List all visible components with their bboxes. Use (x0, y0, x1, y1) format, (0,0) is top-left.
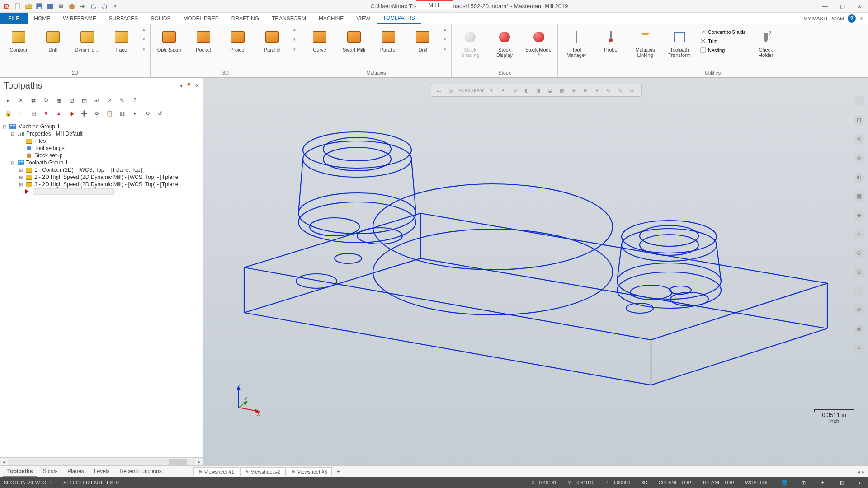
tab-toolpaths[interactable]: TOOLPATHS (377, 13, 421, 24)
rt-13-icon[interactable]: ◉ (854, 324, 864, 334)
panel-pin-icon[interactable]: 📍 (185, 83, 192, 89)
rt-shade-icon[interactable]: ◐ (854, 172, 864, 183)
group-2d-expand[interactable]: ▴▾▾ (140, 27, 147, 52)
pocket-button[interactable]: Pocket (188, 27, 219, 53)
panel-hscroll[interactable]: ◂ ▸ (0, 457, 203, 465)
check-holder-button[interactable]: ?Check Holder (750, 27, 782, 59)
toggle-icon[interactable]: ⇄ (29, 96, 38, 105)
swarf-button[interactable]: Swarf Milli (338, 27, 370, 53)
btab-toolpaths[interactable]: Toolpaths (3, 466, 37, 477)
app-icon[interactable] (2, 1, 12, 11)
viewsheet-1[interactable]: ⚑Viewsheet #1 (193, 467, 239, 476)
lock-icon[interactable]: 🔒 (4, 109, 13, 118)
tb-5-icon[interactable]: ▦ (54, 96, 63, 105)
tb2-10-icon[interactable]: ▥ (118, 109, 127, 118)
status-tplane[interactable]: TPLANE: TOP (702, 480, 734, 485)
tree-op-1[interactable]: ⊞1 - Contour (2D) - [WCS: Top] - [Tplane… (2, 166, 201, 174)
sb-color-icon[interactable]: ◧ (837, 479, 845, 487)
rt-9-icon[interactable]: ⊕ (854, 248, 864, 258)
rt-zoom-icon[interactable]: + (854, 96, 864, 107)
tb-6-icon[interactable]: ▧ (67, 96, 76, 105)
dynamic-button[interactable]: Dynamic ... (71, 27, 103, 53)
tab-model-prep[interactable]: MODEL PREP (177, 14, 225, 23)
sheet-next-icon[interactable]: ▸ (862, 469, 864, 475)
tree-machine-group[interactable]: ⊟Machine Group-1 (2, 123, 201, 130)
viewsheet-3[interactable]: ⚑Viewsheet #3 (287, 467, 332, 476)
rt-8-icon[interactable]: ◇ (854, 229, 864, 239)
new-icon[interactable] (13, 1, 23, 11)
group-multiaxis-expand[interactable]: ▴▾▾ (441, 27, 448, 52)
parallel-3d-button[interactable]: Parallel (256, 27, 288, 53)
arrow-icon[interactable] (78, 1, 88, 11)
tb2-7-icon[interactable]: ➕ (80, 109, 89, 118)
btab-planes[interactable]: Planes (63, 466, 89, 477)
tab-machine[interactable]: MACHINE (312, 14, 350, 23)
rt-wire-icon[interactable]: ▦ (854, 191, 864, 202)
tb2-11-icon[interactable]: ▾ (130, 109, 139, 118)
tab-wireframe[interactable]: WIREFRAME (57, 14, 102, 23)
btab-solids[interactable]: Solids (38, 466, 62, 477)
deselect-icon[interactable]: ✕ (16, 96, 25, 105)
my-mastercam-link[interactable]: MY MASTERCAM (803, 16, 844, 21)
optirough-button[interactable]: OptiRough (153, 27, 185, 53)
tab-surfaces[interactable]: SURFACES (103, 14, 145, 23)
panel-close-icon[interactable]: ✕ (195, 83, 199, 89)
tb2-8-icon[interactable]: ⚙ (92, 109, 101, 118)
tb-g1-icon[interactable]: G1 (92, 96, 101, 105)
tb-9-icon[interactable]: ↗ (105, 96, 114, 105)
save-as-icon[interactable] (45, 1, 55, 11)
group-3d-expand[interactable]: ▴▾▾ (291, 27, 298, 52)
face-button[interactable]: Face (106, 27, 137, 53)
tb-help-icon[interactable]: ? (130, 96, 139, 105)
rt-7-icon[interactable]: ◆ (854, 210, 864, 221)
contour-button[interactable]: Contour (3, 27, 34, 53)
select-icon[interactable]: ▸ (4, 96, 13, 105)
tree-stock-setup[interactable]: Stock setup (2, 152, 201, 159)
stock-model-button[interactable]: Stock Model▼ (523, 27, 555, 57)
help-icon[interactable]: ? (848, 14, 856, 23)
rt-12-icon[interactable]: ⚙ (854, 305, 864, 315)
tb-7-icon[interactable]: ▤ (80, 96, 89, 105)
tree-toolpath-group[interactable]: ⊟Toolpath Group-1 (2, 159, 201, 166)
sb-axis-icon[interactable]: ✦ (818, 479, 826, 487)
convert-5axis-button[interactable]: Convert to 5-axis (698, 28, 747, 36)
save-icon[interactable] (34, 1, 44, 11)
rt-pan-icon[interactable]: ✥ (854, 153, 864, 164)
sb-end-icon[interactable]: ▸ (856, 479, 864, 487)
tb2-12-icon[interactable]: ⟲ (143, 109, 152, 118)
tree-insertion-marker[interactable] (2, 188, 201, 195)
redo-icon[interactable] (99, 1, 109, 11)
trim-button[interactable]: Trim (698, 37, 747, 45)
tab-drafting[interactable]: DRAFTING (225, 14, 265, 23)
curve-button[interactable]: Curve (304, 27, 335, 53)
scroll-left-icon[interactable]: ◂ (0, 459, 8, 465)
status-wcs[interactable]: WCS: TOP (745, 480, 769, 485)
maximize-button[interactable]: ▢ (835, 1, 849, 11)
tb2-2-icon[interactable]: ≈ (16, 109, 25, 118)
drill-2d-button[interactable]: Drill (37, 27, 69, 53)
project-button[interactable]: Project (222, 27, 254, 53)
print-icon[interactable] (56, 1, 66, 11)
toolpath-transform-button[interactable]: Toolpath Transform (664, 27, 695, 59)
status-cplane[interactable]: CPLANE: TOP (659, 480, 691, 485)
parallel-ma-button[interactable]: Parallel (373, 27, 404, 53)
minimize-button[interactable]: — (818, 1, 832, 11)
tree-op-2[interactable]: ⊞2 - 2D High Speed (2D Dynamic Mill) - [… (2, 174, 201, 181)
status-mode[interactable]: 3D (641, 480, 647, 485)
stock-display-button[interactable]: Stock Display (489, 27, 520, 59)
viewport-3d[interactable]: ▭ ◎ AutoCursor ▾ ✦ ⟲ ◐ ◑ ◒ ▦ ⊞ ≡ ▾ ↺ ↻ ⟳ (203, 78, 868, 465)
context-tab-mill[interactable]: MILL (416, 0, 453, 9)
tree-up-icon[interactable]: ▲ (54, 109, 63, 118)
multiaxis-link-button[interactable]: Multiaxis Linking (629, 27, 661, 59)
tool-manager-button[interactable]: Tool Manager (561, 27, 592, 59)
panel-dropdown-icon[interactable]: ▾ (180, 83, 183, 89)
rt-14-icon[interactable]: ✕ (854, 343, 864, 353)
sb-globe-icon[interactable]: 🌐 (780, 479, 788, 487)
rt-fit-icon[interactable]: ⊡ (854, 115, 864, 126)
drill-ma-button[interactable]: Drill (407, 27, 439, 53)
sb-grid-icon[interactable]: ⊞ (799, 479, 807, 487)
probe-button[interactable]: Probe (595, 27, 627, 53)
qat-dropdown-icon[interactable]: ▼ (110, 1, 120, 11)
tb2-13-icon[interactable]: ↺ (156, 109, 165, 118)
tb2-6-icon[interactable]: ◆ (67, 109, 76, 118)
